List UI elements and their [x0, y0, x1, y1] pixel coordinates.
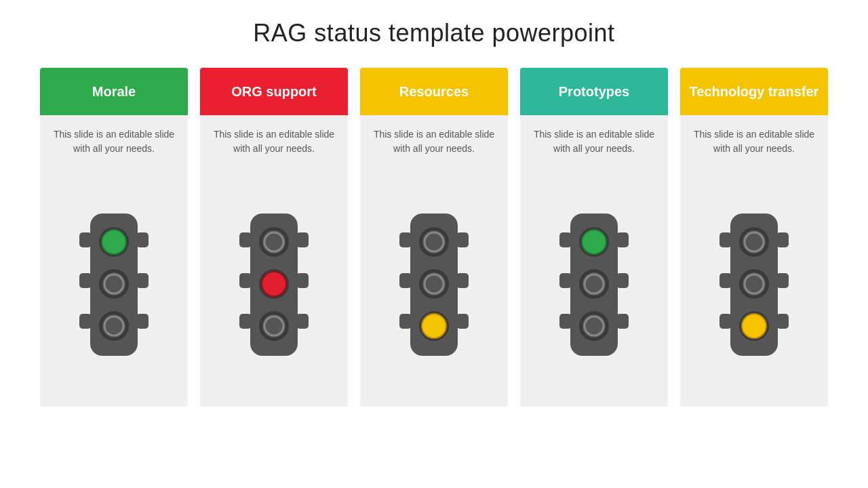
- svg-point-53: [582, 230, 606, 254]
- card-morale: MoraleThis slide is an editable slide wi…: [40, 68, 188, 407]
- svg-rect-31: [399, 232, 412, 247]
- traffic-light-org-support: [230, 176, 318, 407]
- svg-rect-2: [79, 273, 92, 288]
- svg-point-8: [102, 230, 126, 254]
- svg-rect-62: [719, 273, 732, 288]
- svg-rect-51: [616, 314, 629, 329]
- svg-rect-35: [456, 273, 469, 288]
- svg-rect-6: [136, 314, 149, 329]
- svg-rect-63: [719, 314, 732, 329]
- svg-rect-36: [456, 314, 469, 329]
- svg-rect-46: [559, 232, 572, 247]
- card-org-support: ORG supportThis slide is an editable sli…: [200, 68, 348, 407]
- svg-rect-5: [136, 273, 149, 288]
- svg-point-42: [422, 314, 446, 338]
- svg-rect-4: [136, 232, 149, 247]
- svg-point-72: [742, 314, 766, 338]
- card-body-org-support: This slide is an editable slide with all…: [200, 115, 348, 169]
- traffic-light-resources: [390, 176, 478, 407]
- card-header-morale: Morale: [40, 68, 188, 115]
- traffic-light-technology-transfer: [710, 176, 798, 407]
- card-body-morale: This slide is an editable slide with all…: [40, 115, 188, 169]
- svg-rect-49: [616, 232, 629, 247]
- svg-rect-1: [79, 232, 92, 247]
- page-title: RAG status template powerpoint: [253, 19, 614, 47]
- svg-rect-64: [776, 232, 789, 247]
- card-resources: ResourcesThis slide is an editable slide…: [360, 68, 508, 407]
- svg-rect-65: [776, 273, 789, 288]
- svg-point-25: [262, 272, 286, 296]
- card-header-resources: Resources: [360, 68, 508, 115]
- cards-container: MoraleThis slide is an editable slide wi…: [27, 68, 841, 407]
- svg-rect-34: [456, 232, 469, 247]
- svg-rect-32: [399, 273, 412, 288]
- svg-rect-16: [239, 232, 252, 247]
- svg-rect-33: [399, 314, 412, 329]
- traffic-light-morale: [70, 176, 158, 407]
- svg-rect-19: [296, 232, 309, 247]
- svg-rect-47: [559, 273, 572, 288]
- svg-rect-48: [559, 314, 572, 329]
- card-body-technology-transfer: This slide is an editable slide with all…: [680, 115, 828, 169]
- card-prototypes: PrototypesThis slide is an editable slid…: [520, 68, 668, 407]
- svg-rect-61: [719, 232, 732, 247]
- card-header-org-support: ORG support: [200, 68, 348, 115]
- svg-rect-20: [296, 273, 309, 288]
- svg-rect-66: [776, 314, 789, 329]
- svg-rect-50: [616, 273, 629, 288]
- card-header-prototypes: Prototypes: [520, 68, 668, 115]
- card-body-prototypes: This slide is an editable slide with all…: [520, 115, 668, 169]
- card-body-resources: This slide is an editable slide with all…: [360, 115, 508, 169]
- svg-rect-18: [239, 314, 252, 329]
- svg-rect-17: [239, 273, 252, 288]
- card-header-technology-transfer: Technology transfer: [680, 68, 828, 115]
- svg-rect-3: [79, 314, 92, 329]
- card-technology-transfer: Technology transferThis slide is an edit…: [680, 68, 828, 407]
- svg-rect-21: [296, 314, 309, 329]
- traffic-light-prototypes: [550, 176, 638, 407]
